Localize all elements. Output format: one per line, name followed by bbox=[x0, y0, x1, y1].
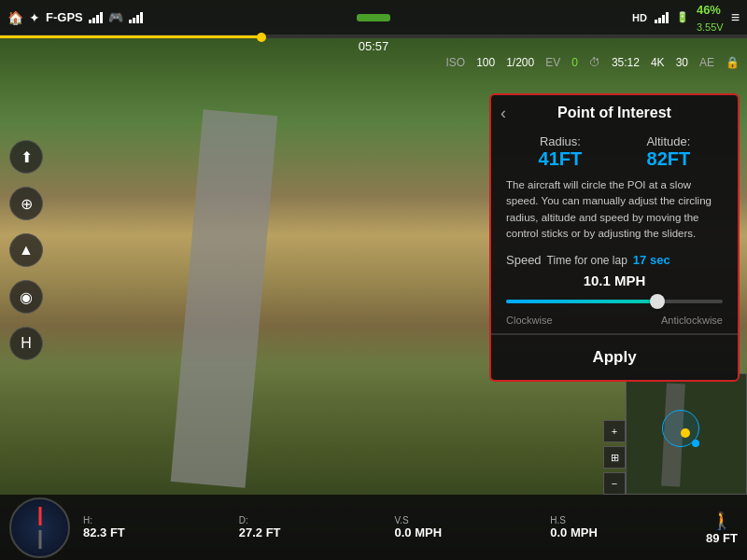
poi-slider-fill bbox=[506, 300, 657, 303]
gps-mode-label: F-GPS bbox=[46, 10, 83, 24]
poi-speed-label: Speed bbox=[506, 253, 542, 267]
progress-dot bbox=[257, 33, 266, 42]
home-icon[interactable]: 🏠 bbox=[7, 10, 23, 25]
poi-slider-track bbox=[506, 300, 723, 303]
poi-panel: ‹ Point of Interest Radius: 41FT Altitud… bbox=[489, 93, 740, 382]
poi-direction-row: Clockwise Anticlockwise bbox=[506, 315, 723, 326]
telemetry-grid: H: 82.3 FT D: 27.2 FT V.S 0.0 MPH H.S 0.… bbox=[83, 515, 697, 539]
apply-button[interactable]: Apply bbox=[491, 334, 738, 380]
takeoff-button[interactable]: ⬆ bbox=[9, 140, 43, 174]
video-signal bbox=[655, 12, 669, 23]
battery-icon: 🔋 bbox=[676, 11, 689, 23]
hspeed-value: 0.0 MPH bbox=[550, 525, 697, 539]
compass bbox=[9, 497, 70, 558]
camera-settings-button[interactable]: ◉ bbox=[9, 280, 43, 314]
camera-settings-bar: ISO 100 1/200 EV 0 ⏱ 35:12 4K 30 AE 🔒 bbox=[445, 56, 740, 69]
drone-icon: ✦ bbox=[29, 10, 40, 25]
poi-description: The aircraft will circle the POI at a sl… bbox=[506, 177, 723, 242]
vspeed-telemetry: V.S 0.0 MPH bbox=[395, 515, 542, 539]
battery-percentage: 46% bbox=[697, 3, 721, 17]
poi-back-button[interactable]: ‹ bbox=[500, 104, 506, 123]
person-icon: 🚶 bbox=[712, 511, 732, 531]
flight-timer: 05:57 bbox=[359, 39, 389, 53]
safe-to-fly-container bbox=[357, 14, 390, 21]
timer-bar: 05:57 bbox=[0, 35, 747, 56]
status-left-group: 🏠 ✦ F-GPS 🎮 bbox=[7, 10, 143, 25]
height-label: H: bbox=[83, 515, 230, 525]
poi-speed-value: 10.1 MPH bbox=[506, 273, 723, 288]
hspeed-telemetry: H.S 0.0 MPH bbox=[550, 515, 697, 539]
vspeed-value: 0.0 MPH bbox=[395, 525, 542, 539]
battery-voltage: 3.55V bbox=[697, 21, 724, 33]
ae-label: AE bbox=[699, 56, 714, 69]
home-button[interactable]: H bbox=[9, 327, 43, 360]
hd-label: HD bbox=[632, 12, 647, 23]
poi-header: ‹ Point of Interest bbox=[491, 95, 738, 129]
poi-stats-row: Radius: 41FT Altitude: 82FT bbox=[506, 134, 723, 170]
poi-body: Radius: 41FT Altitude: 82FT The aircraft… bbox=[491, 129, 738, 326]
mini-map-poi-marker bbox=[681, 428, 690, 438]
ev-value: 0 bbox=[571, 56, 578, 69]
distance-value: 27.2 FT bbox=[239, 525, 386, 539]
iso-label: ISO bbox=[445, 56, 465, 69]
poi-altitude-value: 82FT bbox=[646, 148, 690, 170]
map-toggle-button[interactable]: ⊞ bbox=[603, 446, 626, 469]
poi-speed-slider[interactable] bbox=[506, 292, 723, 311]
poi-time-label: Time for one lap bbox=[547, 254, 627, 267]
shutter-value: 1/200 bbox=[506, 56, 534, 69]
poi-radius-label: Radius: bbox=[539, 134, 583, 148]
altitude-indicator: 🚶 89 FT bbox=[706, 511, 738, 545]
compass-north bbox=[38, 507, 41, 525]
mini-map-controls: + ⊞ − bbox=[603, 420, 626, 495]
poi-title: Point of Interest bbox=[557, 105, 671, 121]
record-time: 35:12 bbox=[612, 56, 640, 69]
flight-progress-bar bbox=[0, 35, 747, 38]
hspeed-label: H.S bbox=[550, 515, 697, 525]
safe-to-fly-badge bbox=[357, 14, 390, 21]
poi-radius-value: 41FT bbox=[539, 148, 583, 170]
height-value: 82.3 FT bbox=[83, 525, 230, 539]
distance-label: D: bbox=[239, 515, 386, 525]
poi-time-value: 17 sec bbox=[633, 253, 670, 267]
poi-altitude-label: Altitude: bbox=[646, 134, 690, 148]
resolution-label: 4K bbox=[651, 56, 665, 69]
ev-label: EV bbox=[545, 56, 560, 69]
poi-radius-stat: Radius: 41FT bbox=[539, 134, 583, 170]
timer-icon: ⏱ bbox=[589, 56, 600, 69]
rc-icon: 🎮 bbox=[108, 10, 123, 24]
poi-altitude-stat: Altitude: 82FT bbox=[646, 134, 690, 170]
battery-info: 46% 3.55V bbox=[697, 1, 724, 35]
mini-map-drone-marker bbox=[692, 440, 699, 447]
map-button[interactable]: ⊕ bbox=[9, 187, 43, 220]
distance-telemetry: D: 27.2 FT bbox=[239, 515, 386, 539]
poi-slider-thumb[interactable] bbox=[650, 294, 665, 309]
poi-speed-row: Speed Time for one lap 17 sec bbox=[506, 253, 723, 267]
poi-anticlockwise-label: Anticlockwise bbox=[661, 315, 723, 326]
vspeed-label: V.S bbox=[395, 515, 542, 525]
iso-value: 100 bbox=[476, 56, 495, 69]
mini-map[interactable] bbox=[626, 373, 747, 495]
height-telemetry: H: 82.3 FT bbox=[83, 515, 230, 539]
progress-fill bbox=[0, 35, 261, 38]
bottom-bar: H: 82.3 FT D: 27.2 FT V.S 0.0 MPH H.S 0.… bbox=[0, 495, 747, 560]
map-zoom-out-button[interactable]: − bbox=[603, 472, 626, 495]
menu-icon[interactable]: ≡ bbox=[731, 9, 740, 26]
altitude-display: 89 FT bbox=[706, 531, 738, 545]
signal-strength bbox=[89, 12, 103, 23]
status-right-group: HD 🔋 46% 3.55V ≡ bbox=[632, 1, 740, 35]
left-toolbar: ⬆ ⊕ ▲ ◉ H bbox=[9, 140, 43, 360]
progress-track bbox=[0, 35, 747, 38]
map-zoom-in-button[interactable]: + bbox=[603, 420, 626, 442]
compass-south bbox=[38, 530, 41, 549]
poi-clockwise-label: Clockwise bbox=[506, 315, 553, 326]
navigation-button[interactable]: ▲ bbox=[9, 233, 43, 267]
fps-value: 30 bbox=[676, 56, 688, 69]
rc-signal bbox=[129, 12, 143, 23]
lock-icon: 🔒 bbox=[726, 56, 740, 69]
status-bar: 🏠 ✦ F-GPS 🎮 HD 🔋 46% bbox=[0, 0, 747, 35]
